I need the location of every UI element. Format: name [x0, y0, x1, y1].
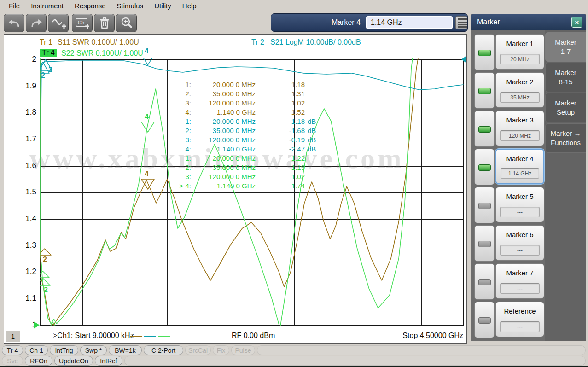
add-trace-icon — [51, 17, 66, 29]
close-icon: × — [575, 18, 579, 26]
reference-button[interactable]: Reference--- — [495, 302, 544, 337]
marker5-toggle[interactable] — [474, 187, 495, 223]
svg-text:Ch: Ch — [78, 20, 84, 25]
redo-icon — [29, 17, 43, 29]
tab-marker-1-7[interactable]: Marker1-7 — [545, 32, 586, 62]
marker6-label: Marker 6 — [496, 231, 544, 239]
marker3-toggle[interactable] — [474, 111, 495, 147]
marker1-triangle-tr4 — [36, 271, 49, 278]
status-intref-button[interactable]: IntRef — [95, 356, 122, 366]
marker7-button[interactable]: Marker 7--- — [495, 263, 544, 299]
marker5-button[interactable]: Marker 5--- — [495, 187, 544, 222]
marker-entry-bar: Marker 4 — [271, 13, 468, 32]
tab-label: Functions — [546, 138, 586, 147]
channel-number-badge[interactable]: 1 — [6, 331, 20, 342]
rf-power-text: RF 0.00 dBm — [232, 332, 275, 340]
marker7-led — [478, 279, 491, 285]
vna-application-window: File Instrument Response Stimulus Utilit… — [0, 0, 588, 367]
marker4-label: Marker 4 — [496, 155, 543, 163]
tab-label: Marker — [545, 38, 586, 47]
channel-status-line: 1 >Ch1: Start 9.00000 kHz RF 0.00 dBm St… — [4, 331, 466, 343]
marker1-button[interactable]: Marker 120 MHz — [495, 34, 544, 70]
status-svc-button: Svc — [2, 356, 23, 366]
tab-label: 1-7 — [545, 47, 586, 56]
marker2-label: Marker 2 — [496, 78, 544, 86]
marker3-led — [478, 126, 491, 133]
tab-marker-8-15[interactable]: Marker8-15 — [545, 63, 586, 92]
marker3-label: Marker 3 — [496, 116, 544, 124]
menu-file[interactable]: File — [4, 1, 25, 11]
marker1-label: Marker 1 — [496, 40, 544, 47]
status-inttrig-button[interactable]: IntTrig — [50, 345, 78, 355]
marker4-triangle-tr1 — [141, 179, 154, 189]
marker6-led — [478, 241, 491, 247]
add-channel-icon: Ch — [75, 17, 90, 29]
status-srccal-button: SrcCal — [185, 345, 211, 355]
channel-start-text: >Ch1: Start 9.00000 kHz — [53, 332, 134, 340]
trace4-legend-dash — [158, 336, 170, 337]
close-panel-button[interactable]: × — [571, 17, 582, 28]
marker-panel-title: Marker — [477, 18, 571, 26]
tab-marker-functions[interactable]: Marker →Functions — [545, 123, 586, 153]
reference-led — [478, 317, 491, 324]
marker4-flag-tr1: 4 — [145, 170, 149, 178]
marker2-flag-tr1: 2 — [43, 256, 47, 264]
menu-utility[interactable]: Utility — [149, 1, 176, 11]
marker6-button[interactable]: Marker 6--- — [495, 225, 544, 261]
delete-button[interactable] — [94, 14, 115, 32]
zoom-button[interactable] — [116, 14, 137, 32]
status-empty-segment — [257, 345, 586, 355]
tab-label: 8-15 — [546, 77, 586, 87]
menu-instrument[interactable]: Instrument — [26, 1, 69, 11]
status-fix-button: Fix — [213, 345, 229, 355]
status-bw-button[interactable]: BW=1k — [109, 345, 142, 355]
marker2-toggle[interactable] — [474, 72, 495, 109]
marker-frequency-input[interactable] — [366, 16, 453, 29]
marker2-flag-tr2: 2 — [41, 71, 45, 80]
tab-label: Marker — [546, 68, 586, 77]
marker3-flag-tr2: 3 — [48, 66, 52, 74]
tab-label: Setup — [546, 108, 586, 117]
tab-label: Marker — [546, 99, 586, 108]
marker5-label: Marker 5 — [496, 192, 544, 200]
marker-panel-header: Marker × — [471, 14, 586, 30]
marker4-flag-tr2: 4 — [145, 47, 149, 55]
keypad-icon[interactable] — [455, 16, 467, 29]
menu-help[interactable]: Help — [177, 1, 202, 11]
undo-button[interactable] — [4, 14, 24, 32]
marker4-button[interactable]: Marker 41.14 GHz — [495, 149, 544, 184]
status-cal-2port-button[interactable]: C 2-Port — [144, 345, 183, 355]
status-rfon-button[interactable]: RFOn — [25, 356, 52, 366]
status-swp-button[interactable]: Swp * — [80, 345, 107, 355]
marker4-triangle-tr2 — [141, 55, 154, 65]
add-trace-button[interactable] — [48, 14, 69, 32]
reference-toggle[interactable] — [474, 302, 495, 338]
marker6-toggle[interactable] — [474, 225, 495, 262]
marker2-flag-tr4: 2 — [44, 286, 48, 294]
menu-response[interactable]: Response — [70, 1, 111, 11]
marker-panel-tabs: Marker1-7 Marker8-15 MarkerSetup Marker … — [545, 30, 586, 341]
marker7-toggle[interactable] — [474, 263, 495, 300]
marker7-value: --- — [500, 283, 540, 294]
status-ch1-button[interactable]: Ch 1 — [25, 345, 48, 355]
menu-stimulus[interactable]: Stimulus — [112, 1, 149, 11]
ref-level-arrow-swr — [34, 321, 40, 329]
ref-level-arrow-logm — [461, 56, 466, 63]
marker-panel: Marker × Marker 120 MHz Marker 235 MHz M… — [471, 14, 586, 341]
status-updateon-button[interactable]: UpdateOn — [54, 356, 93, 366]
marker3-button[interactable]: Marker 3120 MHz — [495, 111, 544, 146]
chart-area: Tr 1 S11 SWR 0.100U/ 1.00U Tr 2 S21 LogM… — [4, 34, 467, 344]
marker5-value: --- — [500, 207, 540, 217]
trace1-legend-dash — [130, 336, 142, 337]
redo-button[interactable] — [26, 14, 47, 32]
status-tr4-button[interactable]: Tr 4 — [2, 345, 23, 355]
marker3-value: 120 MHz — [500, 130, 540, 141]
marker1-toggle[interactable] — [474, 34, 495, 70]
add-channel-button[interactable]: Ch — [72, 14, 93, 32]
marker5-led — [478, 203, 491, 209]
reference-label: Reference — [496, 307, 544, 315]
marker2-button[interactable]: Marker 235 MHz — [495, 72, 544, 108]
tab-marker-setup[interactable]: MarkerSetup — [545, 93, 586, 122]
marker1-led — [478, 50, 491, 56]
status-pulse-button: Pulse — [231, 345, 255, 355]
